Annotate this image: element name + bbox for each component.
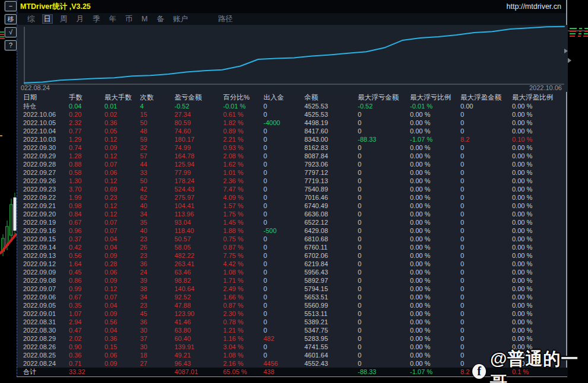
column-header-12: 最大浮盈比例 (512, 94, 568, 101)
cell: 0.00 % (410, 343, 460, 351)
cell: 0.00 % (410, 252, 460, 260)
menu-item-3[interactable]: 周 (58, 14, 69, 24)
cell: 0 (263, 169, 304, 177)
cell: 33.32 (69, 368, 104, 376)
cell: 40 (140, 227, 174, 235)
minimize-button[interactable]: − (5, 1, 17, 11)
cell: 0.00 % (410, 111, 460, 119)
column-header-8: 余额 (304, 94, 358, 101)
cell: 0 (263, 177, 304, 185)
cell: 0.00 % (512, 277, 568, 285)
cell: -500 (263, 227, 304, 235)
cell: 2.30 % (223, 310, 263, 318)
cell: 77.99 (174, 169, 223, 177)
cell: 0.87 % (223, 244, 263, 251)
cell: 0.00 % (512, 161, 568, 168)
row-label: 2022.08.29 (23, 335, 69, 343)
menu-item-8[interactable]: M (140, 14, 150, 24)
cell: 0 (460, 318, 512, 326)
menu-item-1[interactable]: 综 (26, 14, 37, 24)
cell: 18 (140, 352, 174, 359)
cell: 0.12 (104, 202, 140, 210)
row-label: 2022.09.05 (23, 302, 69, 309)
cell: 0.00 % (410, 169, 460, 177)
table-row: 持仓0.040.014-0.52-0.01 %04525.53-0.52-0.0… (17, 102, 568, 110)
background-chart-fragment-right (567, 0, 588, 383)
check-button[interactable]: √ (5, 27, 17, 37)
cell: 0.00 % (512, 335, 568, 343)
cell: 4.09 % (223, 194, 263, 202)
move-button[interactable]: 移 (5, 14, 17, 24)
row-label: 2022.09.14 (23, 244, 69, 251)
watermark-handle: @普通的一哥 (490, 347, 588, 383)
cell: 0.56 (69, 252, 104, 260)
cell: 4552.43 (304, 360, 358, 368)
cell: 0 (263, 103, 304, 110)
cell: 1.64 (69, 260, 104, 268)
column-header-2: 手数 (69, 94, 104, 101)
cell: 4 (140, 103, 174, 110)
menu-item-6[interactable]: 年 (107, 14, 119, 24)
menu-item-10[interactable]: 账户 (171, 14, 189, 24)
cell: 0 (358, 244, 410, 251)
cell: 0.36 (69, 352, 104, 359)
menu-item-path[interactable]: 路径 (216, 14, 234, 24)
menu-item-7[interactable]: 币 (123, 14, 135, 24)
cell: 0.35 (69, 302, 104, 309)
cell: 0.90 (69, 343, 104, 351)
menu-item-4[interactable]: 月 (75, 14, 86, 24)
menu-item-5[interactable]: 季 (91, 14, 102, 24)
menu-item-2[interactable]: 日 (42, 14, 53, 24)
cell: 0 (460, 252, 512, 260)
cell: 0 (358, 343, 410, 351)
cell: 0.00 % (512, 186, 568, 193)
cell: 125.94 (174, 161, 223, 168)
cell: 35 (140, 219, 174, 226)
cell: 6702.06 (304, 252, 358, 260)
cell: 0.00 % (512, 318, 568, 326)
cell: 1.07 (69, 310, 104, 318)
cell: 3.70 (69, 186, 104, 193)
cell: 0 (358, 144, 410, 152)
cell: 0.86 (69, 277, 104, 285)
cell: -0.01 % (410, 103, 460, 110)
cell: 65.05 % (223, 368, 263, 376)
cell: 98.82 (174, 277, 223, 285)
cell: 0.00 % (410, 277, 460, 285)
cell: 263.41 (174, 260, 223, 268)
cell: 0 (460, 227, 512, 235)
table-row: 2022.09.280.880.0744125.941.62 %07923.06… (17, 160, 568, 168)
cell: 275.97 (174, 194, 223, 202)
cell: 0 (263, 260, 304, 268)
cell: 0.07 (104, 161, 140, 168)
cell: 0 (263, 210, 304, 218)
cell: 1.01 % (223, 169, 263, 177)
cell: 1.75 % (223, 210, 263, 218)
cell: 0.04 (104, 327, 140, 334)
cell: 0.07 (104, 219, 140, 226)
cell: 104.41 (174, 202, 223, 210)
cell: 4525.53 (304, 103, 358, 110)
row-label: 2022.09.26 (23, 177, 69, 185)
cell: 74.60 (174, 127, 223, 135)
cell: 0.00 % (410, 235, 460, 243)
cell: 57 (140, 152, 174, 160)
cell: 3.04 % (223, 343, 263, 351)
cell: -1.07 % (410, 136, 460, 143)
cell: 0.00 % (512, 252, 568, 260)
website-link[interactable]: http://mtdriver.cn (507, 2, 561, 11)
cell: 0.06 (104, 352, 140, 359)
cell: 0 (460, 327, 512, 334)
chart-edge-arrow-icon (564, 49, 568, 53)
help-button[interactable]: ? (5, 40, 17, 50)
cell: 0 (263, 293, 304, 301)
cell: 0.00 % (410, 119, 460, 127)
cell: 0 (460, 202, 512, 210)
cell: 0 (263, 318, 304, 326)
cell: 0.28 (104, 260, 140, 268)
cell: 30 (140, 343, 174, 351)
cell: 0.69 (104, 186, 140, 193)
cell: 0.00 % (410, 194, 460, 202)
menu-item-9[interactable]: 备 (155, 14, 166, 24)
cell: 39 (140, 277, 174, 285)
